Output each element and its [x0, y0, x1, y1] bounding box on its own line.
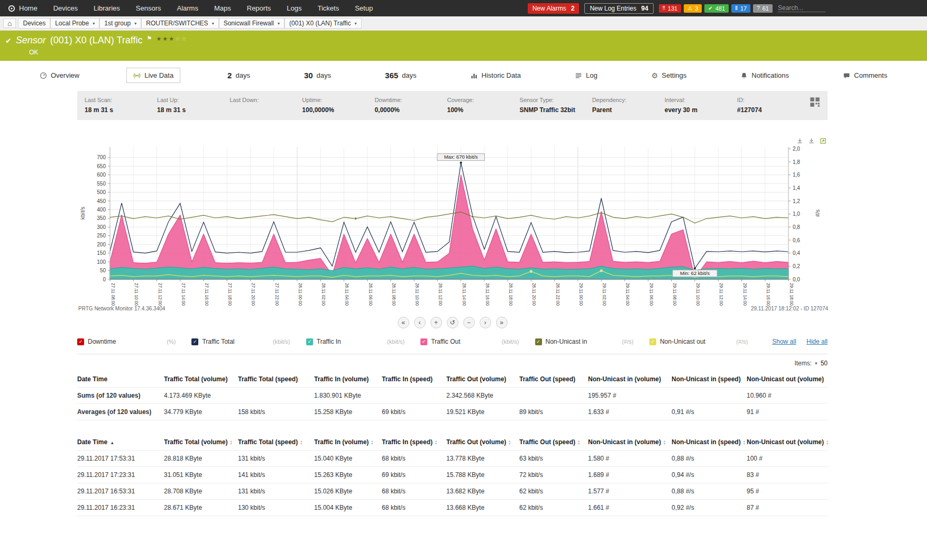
- nav-reports[interactable]: Reports: [239, 0, 279, 16]
- traffic-chart-container[interactable]: 0501001502002503003504004505005506006507…: [77, 133, 828, 313]
- tab-notifications[interactable]: Notifications: [733, 68, 796, 83]
- table-cell: 0,94 #/s: [672, 467, 747, 483]
- tab-365-days[interactable]: 365days: [378, 67, 424, 84]
- nav-logs[interactable]: Logs: [279, 0, 309, 16]
- tab-log[interactable]: Log: [568, 68, 604, 83]
- table-cell: 29.11.2017 16:53:31: [77, 483, 164, 500]
- search-input[interactable]: [778, 4, 825, 12]
- zoom-in-button[interactable]: +: [430, 317, 442, 328]
- table-row[interactable]: 29.11.2017 16:53:3128.708 KByte131 kbit/…: [77, 483, 828, 500]
- nav-tickets[interactable]: Tickets: [309, 0, 347, 16]
- home-icon[interactable]: ⌂: [3, 19, 16, 28]
- status-badge-up[interactable]: ✔481: [704, 4, 729, 13]
- legend-checkbox[interactable]: ✓: [535, 338, 542, 345]
- tab-2-days[interactable]: 2days: [221, 67, 257, 84]
- priority-stars[interactable]: ★★★☆☆: [156, 35, 187, 42]
- col-traffic-total-volume[interactable]: Traffic Total (volume)▴▾: [164, 434, 238, 451]
- show-all-link[interactable]: Show all: [772, 338, 796, 345]
- star-icon[interactable]: ★: [169, 35, 175, 42]
- breadcrumb-devices[interactable]: Devices: [18, 18, 50, 29]
- col-traffic-out-speed[interactable]: Traffic Out (speed)▴▾: [519, 434, 588, 451]
- table-cell: 0,92 #/s: [672, 500, 747, 516]
- tab-settings[interactable]: ⚙Settings: [645, 68, 694, 83]
- col-date-time[interactable]: Date Time▲: [77, 434, 164, 451]
- status-badge-unknown[interactable]: ?61: [753, 4, 773, 13]
- breadcrumb-001-x0-lan-traffic[interactable]: (001) X0 (LAN) Traffic▾: [284, 18, 362, 29]
- legend-checkbox[interactable]: ✓: [77, 338, 84, 345]
- info-label: Last Down:: [230, 97, 302, 103]
- flag-icon[interactable]: ⚑: [147, 35, 152, 42]
- expand-graph-button[interactable]: [820, 137, 827, 144]
- reset-zoom-button[interactable]: ↺: [447, 317, 458, 328]
- tab-live-data[interactable]: Live Data: [126, 68, 180, 83]
- svg-text:Min: 62 kbit/s: Min: 62 kbit/s: [680, 270, 710, 276]
- breadcrumb-1st-group[interactable]: 1st group▾: [99, 18, 141, 29]
- new-alarms-button[interactable]: New Alarms 2: [528, 3, 580, 14]
- svg-text:29.11 02:00: 29.11 02:00: [602, 283, 607, 306]
- star-icon[interactable]: ☆: [175, 35, 181, 42]
- pan-left-button[interactable]: ‹: [414, 317, 426, 328]
- pan-right-button[interactable]: ›: [480, 317, 491, 328]
- svg-text:1,0: 1,0: [793, 211, 800, 217]
- pan-far-left-button[interactable]: «: [398, 317, 409, 328]
- info-last-up: Last Up:18 m 31 s: [157, 97, 230, 114]
- col-non-unicast-out-volume[interactable]: Non-Unicast out (volume)▴▾: [747, 434, 828, 451]
- items-count-control[interactable]: Items: ▾ 50: [77, 360, 828, 367]
- download-data-button[interactable]: [808, 137, 815, 144]
- info-value: every 30 m: [665, 106, 737, 114]
- nav-devices[interactable]: Devices: [45, 0, 86, 16]
- table-cell: 15.040 KByte: [314, 451, 382, 467]
- legend-checkbox[interactable]: ✓: [191, 338, 198, 345]
- legend-checkbox[interactable]: ✓: [306, 338, 313, 345]
- traffic-chart[interactable]: 0501001502002503003504004505005506006507…: [77, 133, 828, 313]
- tab-30-days[interactable]: 30days: [297, 67, 338, 84]
- col-non-unicast-in-speed[interactable]: Non-Unicast in (speed)▴▾: [672, 434, 747, 451]
- breadcrumb-router-switches[interactable]: ROUTER/SWITCHES▾: [141, 18, 218, 29]
- svg-text:27.11 12:00: 27.11 12:00: [158, 283, 163, 306]
- col-traffic-in-volume[interactable]: Traffic In (volume)▴▾: [314, 434, 382, 451]
- table-row[interactable]: 29.11.2017 17:23:3131.051 KByte141 kbit/…: [77, 467, 828, 483]
- zoom-out-button[interactable]: −: [463, 317, 475, 328]
- nav-setup[interactable]: Setup: [347, 0, 381, 16]
- chevron-down-icon: ▾: [278, 21, 280, 26]
- new-log-entries-button[interactable]: New Log Entries 94: [584, 3, 653, 14]
- status-badge-paused[interactable]: Ⅱ17: [731, 4, 750, 13]
- breadcrumb-sonicwall-firewall[interactable]: Sonicwall Firewall▾: [219, 18, 284, 29]
- col-traffic-total-speed: Traffic Total (speed): [238, 371, 314, 388]
- info-value: 100,0000%: [302, 106, 374, 114]
- table-row[interactable]: 29.11.2017 17:53:3128.818 KByte131 kbit/…: [77, 451, 828, 467]
- col-non-unicast-in-volume[interactable]: Non-Unicast in (volume)▴▾: [588, 434, 672, 451]
- legend-label: Non-Unicast out: [660, 338, 705, 345]
- col-traffic-out-volume[interactable]: Traffic Out (volume)▴▾: [446, 434, 519, 451]
- tab-historic-data[interactable]: Historic Data: [464, 68, 528, 83]
- tab-comments[interactable]: Comments: [836, 68, 894, 83]
- nav-libraries[interactable]: Libraries: [86, 0, 128, 16]
- star-icon[interactable]: ★: [156, 35, 162, 42]
- sort-icon: ▴▾: [744, 440, 745, 445]
- legend-checkbox[interactable]: ✓: [420, 338, 427, 345]
- nav-alarms[interactable]: Alarms: [169, 0, 206, 16]
- star-icon[interactable]: ☆: [181, 35, 188, 42]
- tab-overview[interactable]: Overview: [33, 68, 86, 83]
- sort-icon: ▴▾: [230, 440, 232, 445]
- legend-checkbox[interactable]: ✓: [649, 338, 656, 345]
- pan-far-right-button[interactable]: »: [496, 317, 508, 328]
- breadcrumb-label: Sonicwall Firewall: [224, 20, 274, 27]
- hide-all-link[interactable]: Hide all: [806, 338, 828, 345]
- nav-home[interactable]: Home: [0, 0, 45, 16]
- breadcrumb-local-probe[interactable]: Local Probe▾: [50, 18, 99, 29]
- table-row[interactable]: 29.11.2017 16:23:3128.671 KByte130 kbit/…: [77, 500, 828, 516]
- col-traffic-in-speed[interactable]: Traffic In (speed)▴▾: [382, 434, 446, 451]
- summary-row: Averages (of 120 values)34.779 KByte158 …: [77, 404, 828, 420]
- legend-non-unicast-out: ✓Non-Unicast out(#/s): [649, 338, 764, 345]
- legend-non-unicast-in: ✓Non-Unicast in(#/s): [535, 338, 649, 345]
- download-graph-button[interactable]: [796, 137, 803, 144]
- status-badge-down[interactable]: ‼131: [659, 4, 681, 13]
- status-badge-warning[interactable]: ⚠3: [684, 4, 702, 13]
- table-cell: 87 #: [747, 500, 828, 516]
- col-non-unicast-in-volume: Non-Unicast in (volume): [588, 371, 672, 388]
- star-icon[interactable]: ★: [162, 35, 169, 42]
- nav-maps[interactable]: Maps: [206, 0, 239, 16]
- col-traffic-total-speed[interactable]: Traffic Total (speed)▴▾: [238, 434, 314, 451]
- nav-sensors[interactable]: Sensors: [128, 0, 169, 16]
